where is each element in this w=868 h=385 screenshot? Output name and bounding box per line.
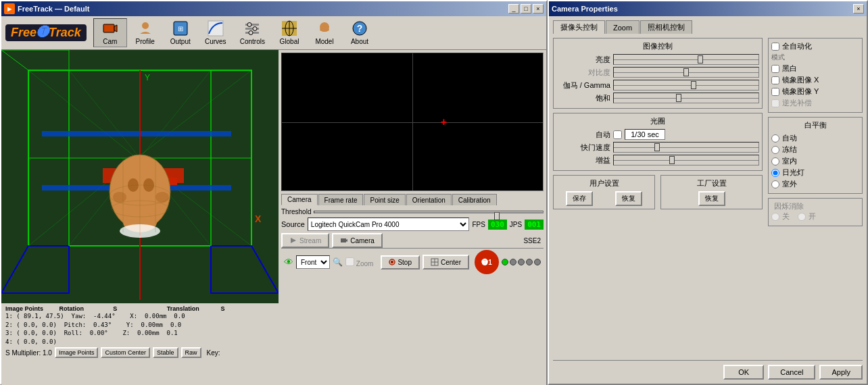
- custom-center-btn[interactable]: Custom Center: [101, 347, 150, 358]
- zoom-label: Zoom: [356, 260, 374, 267]
- tab-photo-control[interactable]: 照相机控制: [640, 20, 692, 34]
- maximize-button[interactable]: □: [521, 4, 531, 14]
- noise-on-radio[interactable]: [798, 213, 806, 221]
- backlight-checkbox[interactable]: [771, 99, 779, 107]
- eye-icon: 👁: [284, 257, 293, 267]
- cam-label: Cam: [103, 38, 117, 45]
- auto-mode-label: 全自动化: [782, 41, 812, 51]
- aperture-auto-checkbox[interactable]: [613, 130, 622, 139]
- pitch-label: Pitch:: [64, 322, 87, 328]
- brightness-slider[interactable]: [613, 54, 759, 65]
- zoom-checkbox[interactable]: [345, 257, 354, 266]
- tab-framerate[interactable]: Frame rate: [318, 194, 364, 205]
- center-label: Center: [441, 259, 461, 266]
- saturation-slider[interactable]: [613, 93, 759, 103]
- wb-freeze-radio[interactable]: [771, 146, 779, 154]
- global-button[interactable]: Global: [272, 18, 306, 47]
- backlight-row: 逆光补偿: [771, 98, 859, 108]
- camera-properties-window: Camera Properties × 摄像头控制 Zoom 照相机控制 图像控…: [548, 0, 868, 385]
- z-val: 0.00mm: [137, 330, 160, 336]
- mode-title: 模式: [771, 53, 859, 62]
- user-restore-btn[interactable]: 恢复: [615, 191, 642, 206]
- status-dots: [502, 259, 541, 265]
- shutter-slider[interactable]: [613, 142, 759, 153]
- wb-indoor-label: 室内: [782, 156, 797, 166]
- svg-text:Y: Y: [145, 73, 150, 82]
- dot-3: [518, 259, 525, 265]
- dot-1: [502, 259, 508, 265]
- mirror-y-checkbox[interactable]: [771, 88, 779, 96]
- gamma-slider[interactable]: [613, 80, 759, 91]
- freetrack-window: ▶ FreeTrack — Default _ □ × Free🅣Track C…: [0, 0, 548, 385]
- stop-button[interactable]: Stop: [381, 255, 420, 270]
- wb-daylight-radio[interactable]: [771, 169, 779, 177]
- gain-slider[interactable]: [613, 155, 759, 165]
- cam-close-button[interactable]: ×: [853, 4, 864, 14]
- tab-calibration[interactable]: Calibration: [452, 194, 497, 205]
- aperture-title: 光圈: [556, 116, 759, 126]
- stream-button[interactable]: Stream: [281, 233, 329, 248]
- pt4: 4: ( 0.0, 0.0): [5, 338, 57, 345]
- stream-label: Stream: [299, 237, 321, 245]
- cam-right-panel: 全自动化 模式 黑白 镜象图像 X 镜象图像 Y: [768, 38, 863, 360]
- bw-checkbox[interactable]: [771, 65, 779, 73]
- camera-tabs: Camera Frame rate Point size Orientation…: [281, 194, 544, 205]
- source-row: Source Logitech QuickCam Pro 4000 FPS 03…: [281, 217, 544, 231]
- fps-value: 030: [488, 220, 507, 230]
- profile-button[interactable]: Profile: [128, 18, 162, 47]
- col-rotation: Rotation: [59, 305, 114, 312]
- pt3: 3: ( 0.0, 0.0): [5, 330, 57, 336]
- center-button[interactable]: Center: [423, 255, 469, 270]
- save-btn[interactable]: 保存: [566, 191, 593, 206]
- raw-btn[interactable]: Raw: [181, 347, 201, 358]
- cam-button[interactable]: Cam: [93, 18, 127, 47]
- tab-orientation[interactable]: Orientation: [406, 194, 452, 205]
- svg-point-45: [155, 192, 169, 203]
- wb-freeze-row: 冻结: [771, 145, 859, 155]
- dot-4: [526, 259, 533, 265]
- tab-pointsize[interactable]: Point size: [364, 194, 405, 205]
- contrast-slider[interactable]: [613, 67, 759, 78]
- image-points-btn[interactable]: Image Points: [55, 347, 99, 358]
- saturation-label: 饱和: [556, 93, 610, 103]
- user-settings-title: 用户设置: [556, 178, 652, 188]
- bw-label: 黑白: [782, 63, 797, 74]
- apply-button[interactable]: Apply: [819, 365, 863, 380]
- camera-button[interactable]: Camera: [332, 233, 383, 248]
- threshold-slider[interactable]: [314, 211, 544, 213]
- source-select[interactable]: Logitech QuickCam Pro 4000: [308, 217, 470, 231]
- close-button[interactable]: ×: [533, 4, 544, 14]
- svg-rect-54: [341, 238, 346, 242]
- model-button[interactable]: Model: [308, 18, 341, 47]
- tab-zoom[interactable]: Zoom: [606, 20, 640, 34]
- ok-button[interactable]: OK: [723, 365, 764, 380]
- curves-button[interactable]: Curves: [199, 18, 233, 47]
- output-button[interactable]: ⊞ Output: [164, 18, 197, 47]
- noise-off-radio[interactable]: [771, 213, 779, 221]
- auto-mode-checkbox[interactable]: [771, 43, 779, 51]
- stream-icon: [289, 236, 297, 245]
- wb-indoor-radio[interactable]: [771, 157, 779, 165]
- yaw-val: -4.44°: [93, 313, 116, 319]
- minimize-button[interactable]: _: [508, 4, 519, 14]
- mirror-x-checkbox[interactable]: [771, 76, 779, 84]
- stable-btn[interactable]: Stable: [153, 347, 178, 358]
- tab-camera-control[interactable]: 摄像头控制: [553, 20, 605, 34]
- tab-camera[interactable]: Camera: [281, 194, 318, 205]
- wb-auto-radio[interactable]: [771, 134, 779, 143]
- view-selector[interactable]: Front Side Top: [296, 255, 330, 269]
- user-factory-row: 用户设置 保存 恢复 工厂设置 恢复: [553, 175, 763, 209]
- image-control-section: 图像控制 亮度 对比度: [553, 38, 763, 109]
- key-label: Key:: [207, 349, 220, 357]
- svg-marker-53: [291, 238, 296, 243]
- info-row-3: 3: ( 0.0, 0.0) Roll: 0.00° Z: 0.00mm 0.1: [5, 329, 274, 338]
- controls-button[interactable]: Controls: [234, 18, 271, 47]
- svg-marker-1: [114, 25, 117, 32]
- model-label: Model: [315, 38, 333, 45]
- cancel-button[interactable]: Cancel: [768, 365, 815, 380]
- about-button[interactable]: ? About: [343, 18, 377, 47]
- svg-point-2: [142, 22, 149, 29]
- wb-outdoor-radio[interactable]: [771, 180, 779, 188]
- gamma-label: 伽马 / Gamma: [556, 80, 610, 91]
- factory-restore-btn[interactable]: 恢复: [698, 191, 725, 206]
